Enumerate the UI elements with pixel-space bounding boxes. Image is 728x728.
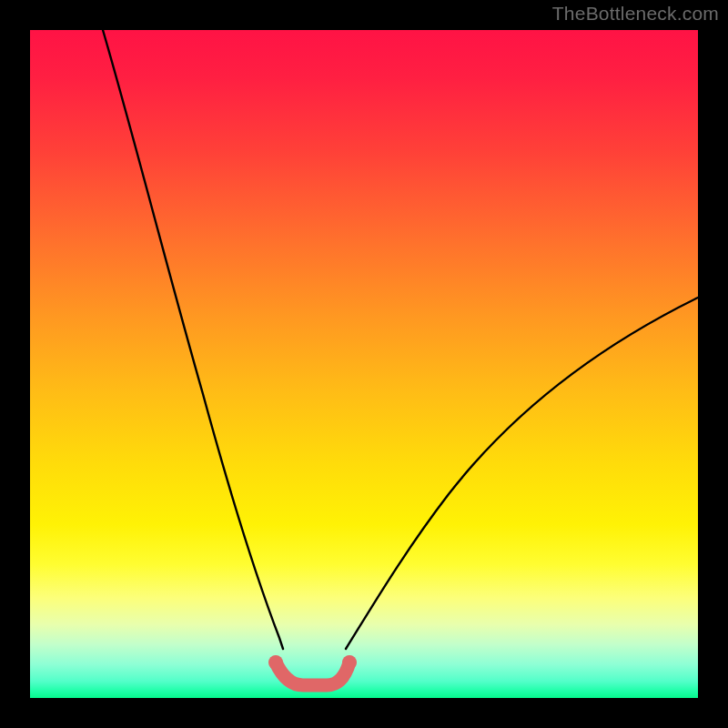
chart-frame: TheBottleneck.com [0,0,728,728]
black-curve-right [346,298,698,649]
curve-layer [30,30,698,698]
pink-valley-curve [276,662,349,685]
pink-dot-right [342,655,357,670]
black-curve-left [103,30,283,649]
plot-area [30,30,698,698]
watermark-text: TheBottleneck.com [552,3,719,25]
pink-dot-left [268,655,283,670]
